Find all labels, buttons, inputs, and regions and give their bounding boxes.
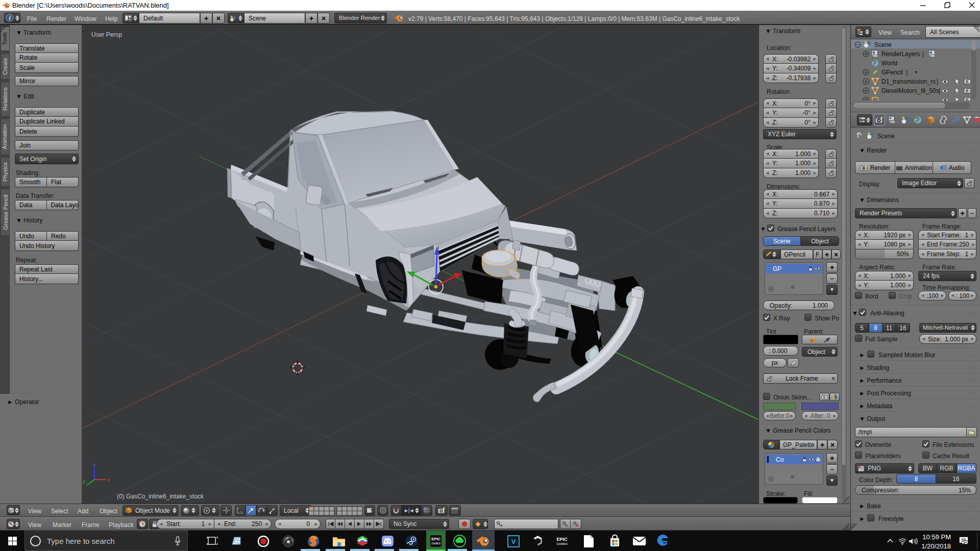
svg-text:GAMES: GAMES bbox=[556, 542, 568, 545]
svg-text:GAMES: GAMES bbox=[431, 542, 441, 545]
svg-text:y: y bbox=[83, 478, 86, 484]
svg-text:V: V bbox=[511, 538, 516, 545]
svg-text:EPIC: EPIC bbox=[431, 537, 440, 541]
svg-text:z: z bbox=[93, 462, 96, 468]
svg-text:x: x bbox=[107, 477, 110, 483]
svg-text:EPIC: EPIC bbox=[556, 537, 568, 542]
